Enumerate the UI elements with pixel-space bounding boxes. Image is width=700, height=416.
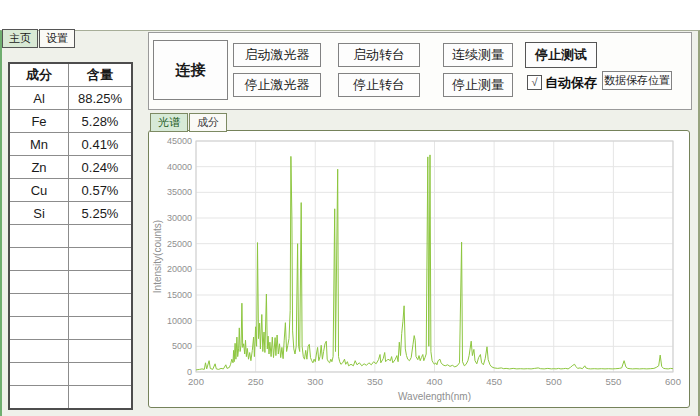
table-row: Si5.25% [9,202,132,225]
x-tick-label: 350 [367,376,383,387]
y-tick-label: 15000 [167,290,192,300]
composition-table-body: Al88.25%Fe5.28%Mn0.41%Zn0.24%Cu0.57%Si5.… [9,87,132,410]
table-row [9,294,132,317]
spectrum-chart: 0500010000150002000025000300003500040000… [149,131,689,407]
chart-tab-spectrum[interactable]: 光谱 [150,113,188,132]
top-tab-settings[interactable]: 设置 [39,29,75,48]
chart-panel: 0500010000150002000025000300003500040000… [148,130,690,408]
stop-turntable-button[interactable]: 停止转台 [338,73,420,97]
table-row: Cu0.57% [9,179,132,202]
x-tick-label: 600 [665,376,681,387]
continuous-measure-button[interactable]: 连续测量 [443,43,513,67]
table-row: Zn0.24% [9,156,132,179]
x-axis-title: Wavelength(nm) [398,391,471,402]
col-header-component: 成分 [9,63,69,87]
auto-save-checkbox[interactable]: √ [527,75,542,90]
x-tick-label: 500 [546,376,562,387]
table-row [9,271,132,294]
chart-tab-composition[interactable]: 成分 [189,113,227,132]
x-tick-label: 250 [248,376,264,387]
start-laser-button[interactable]: 启动激光器 [233,43,321,67]
connect-button[interactable]: 连接 [153,40,228,100]
y-axis-title: Intensity(counts) [152,220,163,293]
auto-save-label: 自动保存 [545,74,597,92]
table-row [9,386,132,410]
top-tab-home[interactable]: 主页 [2,29,38,48]
table-row [9,340,132,363]
table-row: Al88.25% [9,87,132,110]
data-save-location-button[interactable]: 数据保存位置 [602,71,672,90]
x-tick-label: 450 [486,376,502,387]
table-row: Fe5.28% [9,110,132,133]
table-row: Mn0.41% [9,133,132,156]
y-tick-label: 35000 [167,187,192,197]
col-header-content: 含量 [69,63,133,87]
top-tab-bar: 主页设置 [2,29,76,48]
x-tick-label: 550 [605,376,621,387]
y-tick-label: 40000 [167,162,192,172]
chart-tab-bar: 光谱成分 [150,113,228,132]
table-header-row: 成分 含量 [9,63,132,87]
table-row [9,317,132,340]
x-tick-label: 400 [427,376,443,387]
y-tick-label: 45000 [167,136,192,146]
y-tick-label: 10000 [167,316,192,326]
x-tick-label: 200 [188,376,204,387]
stop-test-button[interactable]: 停止测试 [525,42,597,68]
y-tick-label: 5000 [172,341,192,351]
y-tick-label: 25000 [167,239,192,249]
app-window: 主页设置 成分 含量 Al88.25%Fe5.28%Mn0.41%Zn0.24%… [0,0,700,416]
x-tick-label: 300 [307,376,323,387]
stop-measure-button[interactable]: 停止测量 [443,73,513,97]
table-row [9,363,132,386]
y-tick-label: 30000 [167,213,192,223]
y-tick-label: 20000 [167,264,192,274]
table-row [9,248,132,271]
start-turntable-button[interactable]: 启动转台 [338,43,420,67]
table-row [9,225,132,248]
stop-laser-button[interactable]: 停止激光器 [233,73,321,97]
composition-table: 成分 含量 Al88.25%Fe5.28%Mn0.41%Zn0.24%Cu0.5… [8,62,133,410]
